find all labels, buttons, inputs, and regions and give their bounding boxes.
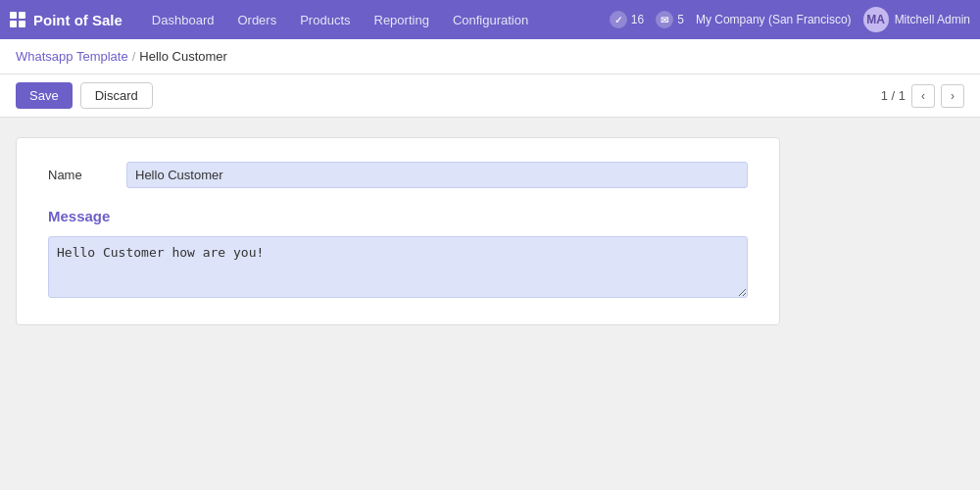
discard-button[interactable]: Discard xyxy=(80,82,153,109)
save-button[interactable]: Save xyxy=(16,82,73,109)
nav-dashboard[interactable]: Dashboard xyxy=(142,9,224,31)
action-bar: Save Discard 1 / 1 ‹ › xyxy=(0,74,980,118)
action-buttons: Save Discard xyxy=(16,82,153,109)
name-input[interactable] xyxy=(126,162,748,188)
topbar: Point of Sale Dashboard Orders Products … xyxy=(0,0,980,39)
nav-orders[interactable]: Orders xyxy=(227,9,286,31)
breadcrumb: Whatsapp Template / Hello Customer xyxy=(0,39,980,74)
breadcrumb-parent[interactable]: Whatsapp Template xyxy=(16,49,128,64)
message-textarea[interactable] xyxy=(48,236,748,298)
app-title: Point of Sale xyxy=(33,12,122,28)
topbar-right: ✓ 16 ✉ 5 My Company (San Francisco) MA M… xyxy=(610,7,970,32)
activity-badge[interactable]: ✓ 16 xyxy=(610,11,644,28)
name-row: Name xyxy=(48,162,748,188)
pagination-info: 1 / 1 xyxy=(881,88,906,103)
breadcrumb-current: Hello Customer xyxy=(139,49,227,64)
next-button[interactable]: › xyxy=(941,84,964,108)
prev-button[interactable]: ‹ xyxy=(911,84,935,108)
nav-configuration[interactable]: Configuration xyxy=(443,9,538,31)
user-menu[interactable]: MA Mitchell Admin xyxy=(863,7,970,32)
main-nav: Dashboard Orders Products Reporting Conf… xyxy=(142,9,590,31)
message-count: 5 xyxy=(677,13,684,26)
message-section: Message xyxy=(48,208,748,301)
nav-reporting[interactable]: Reporting xyxy=(365,9,439,31)
message-icon: ✉ xyxy=(656,11,673,28)
message-badge[interactable]: ✉ 5 xyxy=(656,11,684,28)
main-content: Name Message xyxy=(0,118,980,488)
activity-icon: ✓ xyxy=(610,11,627,28)
form-card: Name Message xyxy=(16,137,780,325)
message-section-title: Message xyxy=(48,208,748,224)
activity-count: 16 xyxy=(631,13,644,26)
nav-products[interactable]: Products xyxy=(290,9,360,31)
app-brand[interactable]: Point of Sale xyxy=(10,12,122,28)
breadcrumb-separator: / xyxy=(132,49,136,64)
grid-icon xyxy=(10,12,25,27)
pagination: 1 / 1 ‹ › xyxy=(881,84,964,108)
user-name: Mitchell Admin xyxy=(895,13,970,26)
avatar: MA xyxy=(863,7,889,32)
company-name: My Company (San Francisco) xyxy=(696,13,852,26)
name-label: Name xyxy=(48,168,126,182)
